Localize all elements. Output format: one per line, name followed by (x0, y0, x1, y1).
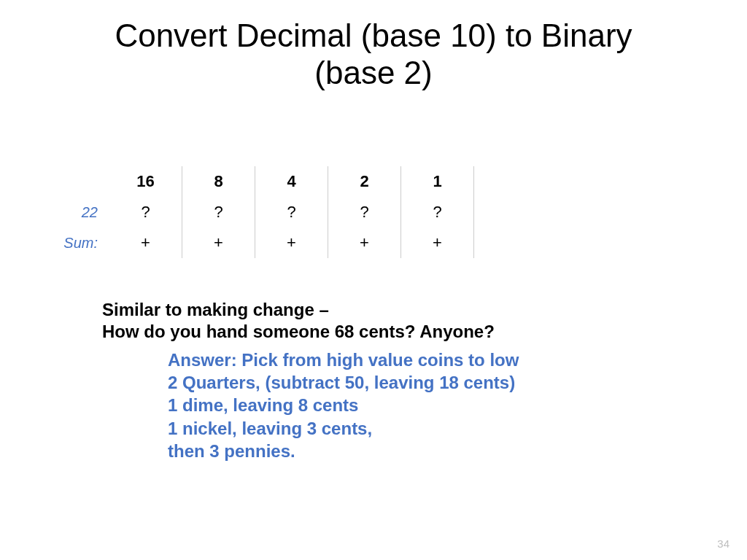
question-line2: How do you hand someone 68 cents? Anyone… (102, 321, 495, 343)
sum-cell-2: + (328, 228, 401, 258)
answer-line5: then 3 pennies. (168, 440, 519, 462)
answer-line4: 1 nickel, leaving 3 cents, (168, 417, 519, 440)
header-blank (36, 166, 109, 197)
slide-title: Convert Decimal (base 10) to Binary (bas… (29, 18, 718, 91)
binary-table: 16 8 4 2 1 22 ? ? ? ? ? Sum: + + + + + (36, 166, 489, 258)
title-line1: Convert Decimal (base 10) to Binary (115, 18, 632, 53)
answer-line3: 1 dime, leaving 8 cents (168, 394, 519, 416)
header-16: 16 (109, 166, 182, 197)
slide: Convert Decimal (base 10) to Binary (bas… (0, 0, 747, 560)
sum-cell-8: + (182, 228, 255, 258)
answer-line2: 2 Quarters, (subtract 50, leaving 18 cen… (168, 371, 519, 394)
header-1: 1 (401, 166, 474, 197)
sum-cell-1: + (401, 228, 474, 258)
answer-line1: Answer: Pick from high value coins to lo… (168, 349, 519, 371)
row-label-sum: Sum: (36, 228, 109, 258)
header-2: 2 (328, 166, 401, 197)
question-text: Similar to making change – How do you ha… (102, 299, 495, 343)
bit-cell-4: ? (255, 197, 328, 228)
answer-text: Answer: Pick from high value coins to lo… (168, 349, 519, 462)
row-label-22: 22 (36, 197, 109, 228)
bit-cell-16: ? (109, 197, 182, 228)
title-line2: (base 2) (314, 55, 432, 90)
sum-cell-4: + (255, 228, 328, 258)
question-line1: Similar to making change – (102, 299, 495, 321)
bit-cell-2: ? (328, 197, 401, 228)
bit-cell-1: ? (401, 197, 474, 228)
header-4: 4 (255, 166, 328, 197)
bit-cell-8: ? (182, 197, 255, 228)
header-8: 8 (182, 166, 255, 197)
page-number: 34 (717, 537, 729, 550)
sum-cell-16: + (109, 228, 182, 258)
